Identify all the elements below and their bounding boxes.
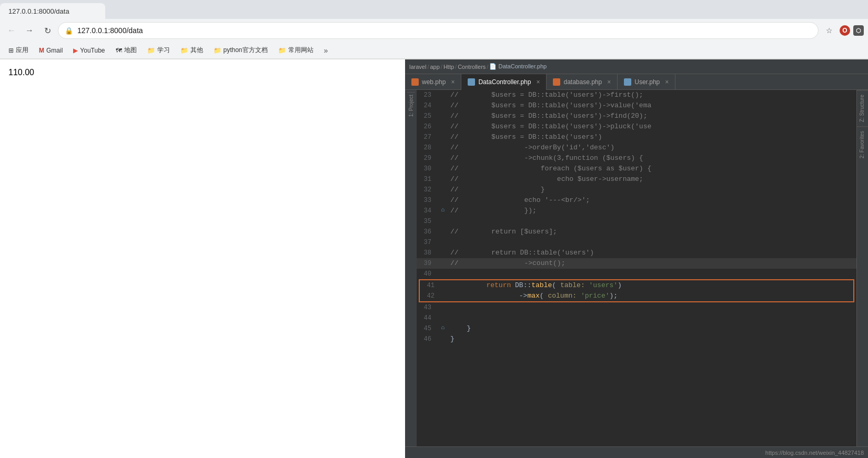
browser-chrome: 127.0.0.1:8000/data ← → ↻ 🔒 127.0.0.1:80… [0,0,868,59]
line-num-25: 25 [417,111,438,121]
bookmark-common[interactable]: 📁 常用网站 [274,45,318,56]
opera-extension-icon[interactable]: O [840,25,850,36]
line-content-41: return DB::table( table: 'users') [451,280,853,291]
sep1: / [427,64,429,70]
sidebar-favorites[interactable]: 2: Favorites [857,126,868,162]
code-line-31: 31 // echo $user->username; [417,174,856,185]
line-content-23: // $users = DB::table('users')->first(); [448,90,856,100]
web-php-icon [411,78,419,86]
line-num-32: 32 [417,185,438,195]
address-bar[interactable]: 🔒 127.0.0.1:8000/data [58,22,819,39]
code-line-28: 28 // ->orderBy('id','desc') [417,143,856,153]
code-line-38: 38 // return DB::table('users') [417,248,856,258]
tab-data-controller[interactable]: DataController.php × [461,74,547,90]
tab-web-php-close[interactable]: × [451,78,455,86]
bookmark-gmail[interactable]: M Gmail [35,46,67,55]
line-num-35: 35 [417,216,438,226]
sep2: / [441,64,442,70]
line-num-33: 33 [417,195,438,205]
bookmark-maps-label: 地图 [124,46,137,55]
bookmark-star-icon[interactable]: ☆ [822,23,836,38]
back-button[interactable]: ← [4,23,19,38]
code-line-29: 29 // ->chunk(3,function ($users) { [417,153,856,164]
line-num-29: 29 [417,153,438,163]
bookmark-youtube[interactable]: ▶ YouTube [69,46,109,55]
line-content-27: // $users = DB::table('users') [448,132,856,143]
line-content-43 [448,302,856,313]
highlighted-code-block: 41 return DB::table( table: 'users') 42 … [419,279,854,302]
tab-bar: 127.0.0.1:8000/data [0,0,868,19]
tab-web-php-label: web.php [422,78,446,86]
tab-database-php-close[interactable]: × [607,78,611,86]
code-line-40: 40 [417,269,856,279]
tab-user-php-close[interactable]: × [665,78,669,86]
ide-editor-content: 1: Project 23 // $users = DB::table('use… [405,90,868,446]
tab-user-php[interactable]: User.php × [618,74,675,90]
bookmark-youtube-label: YouTube [80,47,105,54]
line-num-43: 43 [417,302,438,312]
code-line-34: 34 ⌂ // }); [417,206,856,216]
breadcrumb-http: Http [443,64,454,70]
extension-icon[interactable]: ⬡ [853,25,864,36]
line-content-46: } [448,334,856,344]
python-folder-icon: 📁 [214,47,221,54]
code-line-41: 41 return DB::table( table: 'users') [420,280,853,291]
reload-button[interactable]: ↻ [40,23,55,38]
bookmark-other[interactable]: 📁 其他 [176,45,207,56]
tab-database-php[interactable]: database.php × [547,74,618,90]
more-bookmarks-button[interactable]: » [320,45,332,56]
sep4: / [487,64,488,70]
line-num-39: 39 [417,258,438,268]
code-line-36: 36 // return [$users]; [417,227,856,237]
code-line-43: 43 [417,302,856,313]
url-text: 127.0.0.1:8000/data [77,26,812,35]
line-num-26: 26 [417,121,438,131]
line-content-32: // } [448,185,856,195]
common-folder-icon: 📁 [278,47,286,54]
breadcrumb-laravel: laravel [409,64,426,70]
main-area: 110.00 laravel / app / Http / Controller… [0,59,868,458]
sidebar-project[interactable]: 1: Project [407,92,415,119]
lock-icon: 🔒 [65,27,73,35]
code-editor[interactable]: 23 // $users = DB::table('users')->first… [417,90,856,446]
bookmark-study[interactable]: 📁 学习 [143,45,174,56]
line-num-37: 37 [417,237,438,247]
line-num-30: 30 [417,164,438,174]
sep3: / [455,64,457,70]
toolbar-icons: ☆ O ⬡ [822,23,864,38]
line-num-38: 38 [417,248,438,258]
line-num-27: 27 [417,132,438,142]
tab-database-php-label: database.php [563,78,602,86]
ide-left-sidebar: 1: Project [405,90,417,446]
data-controller-icon [468,78,475,86]
line-content-37 [448,237,856,248]
tab-web-php[interactable]: web.php × [405,74,461,90]
line-content-35 [448,216,856,227]
sidebar-structure[interactable]: Z: Structure [857,90,868,126]
breadcrumb-controllers: Controllers [458,64,486,70]
line-content-31: // echo $user->username; [448,174,856,185]
forward-button[interactable]: → [22,23,37,38]
line-content-30: // foreach ($users as $user) { [448,164,856,174]
browser-tab[interactable]: 127.0.0.1:8000/data [0,3,105,19]
status-url: https://blog.csdn.net/weixin_44827418 [765,450,864,456]
line-content-34: // }); [448,206,856,216]
bookmark-apps[interactable]: ⊞ 应用 [4,45,33,56]
code-line-45: 45 ⌂ } [417,323,856,334]
line-content-33: // echo '---<br/>'; [448,195,856,206]
breadcrumb-app: app [430,64,439,70]
code-line-24: 24 // $users = DB::table('users')->value… [417,100,856,111]
line-num-31: 31 [417,174,438,184]
line-content-26: // $users = DB::table('users')->pluck('u… [448,121,856,132]
tab-data-controller-close[interactable]: × [536,78,540,86]
bookmark-python[interactable]: 📁 python官方文档 [209,45,272,56]
breadcrumb-file: 📄 DataController.php [489,63,547,70]
bookmark-maps[interactable]: 🗺 地图 [112,45,141,56]
ide-breadcrumb-bar: laravel / app / Http / Controllers / 📄 D… [405,59,868,74]
line-num-23: 23 [417,90,438,100]
code-line-30: 30 // foreach ($users as $user) { [417,164,856,174]
line-content-38: // return DB::table('users') [448,248,856,258]
line-content-40 [448,269,856,279]
code-line-32: 32 // } [417,185,856,195]
gmail-icon: M [39,47,44,54]
